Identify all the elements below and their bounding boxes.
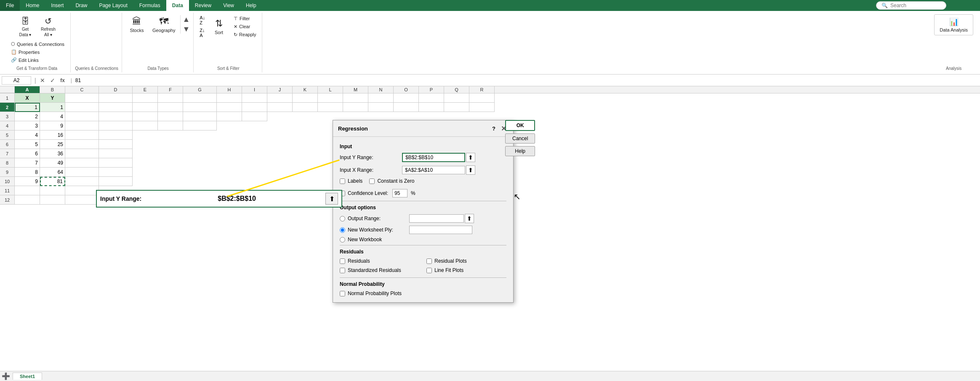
cell-c8[interactable] bbox=[65, 158, 99, 168]
cell-a3[interactable]: 2 bbox=[15, 112, 40, 121]
tab-help[interactable]: Help bbox=[240, 0, 262, 11]
new-workbook-radio[interactable] bbox=[340, 237, 345, 242]
cell-c7[interactable] bbox=[65, 149, 99, 158]
geography-button[interactable]: 🗺 Geography bbox=[149, 14, 178, 35]
cell-a6[interactable]: 5 bbox=[15, 140, 40, 149]
cell-r2[interactable] bbox=[469, 103, 495, 112]
cell-b7[interactable]: 36 bbox=[40, 149, 65, 158]
row-header-4[interactable]: 4 bbox=[0, 121, 15, 131]
col-header-b[interactable]: B bbox=[40, 86, 65, 93]
cell-a10[interactable]: 9 bbox=[15, 177, 40, 186]
tab-file[interactable]: File bbox=[0, 0, 20, 11]
overlay-collapse-btn[interactable]: ⬆ bbox=[325, 193, 338, 205]
cell-c11[interactable] bbox=[65, 186, 99, 195]
row-header-1[interactable]: 1 bbox=[0, 93, 15, 103]
sort-za-button[interactable]: Z↓A bbox=[198, 27, 207, 39]
cell-b3[interactable]: 4 bbox=[40, 112, 65, 121]
cell-n2[interactable] bbox=[368, 103, 394, 112]
col-header-e[interactable]: E bbox=[133, 86, 158, 93]
add-sheet-button[interactable]: ➕ bbox=[2, 372, 10, 380]
row-header-6[interactable]: 6 bbox=[0, 140, 15, 149]
cell-b4[interactable]: 9 bbox=[40, 121, 65, 131]
row-header-3[interactable]: 3 bbox=[0, 112, 15, 121]
constant-zero-checkbox[interactable] bbox=[369, 179, 375, 184]
cell-j1[interactable] bbox=[267, 93, 293, 103]
edit-links-button[interactable]: 🔗 Edit Links bbox=[8, 56, 67, 64]
cancel-formula-icon[interactable]: ✕ bbox=[38, 76, 47, 85]
dialog-help-icon[interactable]: ? bbox=[492, 125, 495, 132]
sort-az-button[interactable]: A↓Z bbox=[198, 14, 207, 26]
cell-f4[interactable] bbox=[158, 121, 183, 131]
cell-a1[interactable]: X bbox=[15, 93, 40, 103]
col-header-j[interactable]: J bbox=[267, 86, 293, 93]
col-header-a[interactable]: A bbox=[15, 86, 40, 93]
cell-b11[interactable] bbox=[40, 186, 65, 195]
cell-c5[interactable] bbox=[65, 131, 99, 140]
cell-d1[interactable] bbox=[99, 93, 133, 103]
cell-d3[interactable] bbox=[99, 112, 133, 121]
cell-b10[interactable]: 81 bbox=[40, 177, 65, 186]
sort-button[interactable]: ⇅ Sort bbox=[208, 16, 229, 37]
queries-connections-button[interactable]: ⬡ Queries & Connections bbox=[8, 40, 67, 48]
row-header-8[interactable]: 8 bbox=[0, 158, 15, 168]
cell-d4[interactable] bbox=[99, 121, 133, 131]
cell-a7[interactable]: 6 bbox=[15, 149, 40, 158]
cell-f2[interactable] bbox=[158, 103, 183, 112]
cell-q1[interactable] bbox=[444, 93, 469, 103]
line-fit-plots-checkbox[interactable] bbox=[426, 268, 432, 273]
cell-e2[interactable] bbox=[133, 103, 158, 112]
row-header-11[interactable]: 11 bbox=[0, 186, 15, 195]
tab-data[interactable]: Data bbox=[166, 0, 189, 11]
cell-b12[interactable] bbox=[40, 195, 65, 205]
cell-g4[interactable] bbox=[183, 121, 217, 131]
cell-q2[interactable] bbox=[444, 103, 469, 112]
cell-b2[interactable]: 1 bbox=[40, 103, 65, 112]
cell-c10[interactable] bbox=[65, 177, 99, 186]
cell-d8[interactable] bbox=[99, 158, 133, 168]
input-y-field[interactable] bbox=[402, 153, 465, 162]
tab-view[interactable]: View bbox=[217, 0, 240, 11]
input-x-field[interactable] bbox=[402, 166, 465, 174]
residual-plots-checkbox[interactable] bbox=[426, 258, 432, 264]
cell-d10[interactable] bbox=[99, 177, 133, 186]
col-header-i[interactable]: I bbox=[242, 86, 267, 93]
cell-c6[interactable] bbox=[65, 140, 99, 149]
refresh-all-button[interactable]: ↺ Refresh All ▾ bbox=[37, 14, 59, 39]
ok-button[interactable]: OK bbox=[505, 120, 535, 131]
col-header-p[interactable]: P bbox=[419, 86, 444, 93]
row-header-10[interactable]: 10 bbox=[0, 177, 15, 186]
cell-c3[interactable] bbox=[65, 112, 99, 121]
tab-draw[interactable]: Draw bbox=[69, 0, 93, 11]
get-data-button[interactable]: 🗄 Get Data ▾ bbox=[15, 14, 36, 39]
cell-k1[interactable] bbox=[293, 93, 318, 103]
cell-d2[interactable] bbox=[99, 103, 133, 112]
col-header-r[interactable]: R bbox=[469, 86, 495, 93]
search-input[interactable] bbox=[890, 3, 941, 8]
cell-l2[interactable] bbox=[318, 103, 343, 112]
cell-g1[interactable] bbox=[183, 93, 217, 103]
tab-home[interactable]: Home bbox=[20, 0, 45, 11]
cell-d7[interactable] bbox=[99, 149, 133, 158]
new-worksheet-field[interactable] bbox=[409, 226, 472, 234]
cell-reference-box[interactable] bbox=[2, 76, 31, 85]
col-header-h[interactable]: H bbox=[217, 86, 242, 93]
cell-i2[interactable] bbox=[242, 103, 267, 112]
col-header-g[interactable]: G bbox=[183, 86, 217, 93]
cell-a9[interactable]: 8 bbox=[15, 168, 40, 177]
cell-i3[interactable] bbox=[242, 112, 267, 121]
cell-p1[interactable] bbox=[419, 93, 444, 103]
tab-insert[interactable]: Insert bbox=[45, 0, 69, 11]
cell-m1[interactable] bbox=[343, 93, 368, 103]
cell-i1[interactable] bbox=[242, 93, 267, 103]
cell-g2[interactable] bbox=[183, 103, 217, 112]
properties-button[interactable]: 📋 Properties bbox=[8, 48, 67, 56]
cell-h3[interactable] bbox=[217, 112, 242, 121]
cell-b5[interactable]: 16 bbox=[40, 131, 65, 140]
row-header-12[interactable]: 12 bbox=[0, 195, 15, 205]
cell-e1[interactable] bbox=[133, 93, 158, 103]
col-header-k[interactable]: K bbox=[293, 86, 318, 93]
filter-button[interactable]: ⊤ Filter bbox=[231, 15, 258, 22]
col-header-f[interactable]: F bbox=[158, 86, 183, 93]
cell-b6[interactable]: 25 bbox=[40, 140, 65, 149]
sheet-tab-sheet1[interactable]: Sheet1 bbox=[13, 373, 42, 380]
